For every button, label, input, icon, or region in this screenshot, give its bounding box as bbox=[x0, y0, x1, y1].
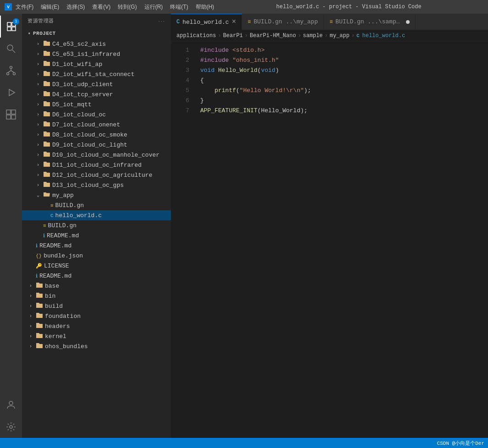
breadcrumb-sep-5: › bbox=[351, 33, 355, 39]
tree-item[interactable]: ›D6_iot_cloud_oc bbox=[22, 109, 171, 120]
tree-item[interactable]: ℹREADME.md bbox=[22, 271, 171, 281]
tab-gn-icon-1: ≡ bbox=[247, 19, 251, 25]
menu-goto[interactable]: 转到(G) bbox=[118, 3, 137, 11]
code-token: { bbox=[200, 77, 204, 84]
tree-item[interactable]: ›D11_iot_cloud_oc_infrared bbox=[22, 160, 171, 170]
tree-item[interactable]: ›D7_iot_cloud_onenet bbox=[22, 120, 171, 130]
tree-item-label: bin bbox=[45, 293, 55, 300]
tree-item[interactable]: ›D5_iot_mqtt bbox=[22, 99, 171, 109]
svg-point-9 bbox=[7, 73, 9, 75]
tree-item-label: D11_iot_cloud_oc_infrared bbox=[52, 162, 142, 169]
tree-item[interactable]: ›D4_iot_tcp_server bbox=[22, 89, 171, 99]
line-number: 1 bbox=[171, 45, 189, 55]
tree-item-label: D2_iot_wifi_sta_connect bbox=[52, 71, 134, 78]
breadcrumb-c-icon: C bbox=[356, 33, 360, 38]
code-line: void Hello_World(void) bbox=[200, 66, 488, 76]
menu-select[interactable]: 选择(S) bbox=[66, 3, 85, 11]
breadcrumb-applications[interactable]: applications bbox=[176, 33, 216, 39]
status-bar: CSDN @小向是个Der bbox=[0, 438, 488, 448]
menu-help[interactable]: 帮助(H) bbox=[196, 3, 214, 11]
breadcrumb-bearpi-hm[interactable]: BearPi-HM_Nano bbox=[250, 33, 296, 39]
tab-hello-world-label: hello_world.c bbox=[182, 19, 229, 26]
tree-item[interactable]: ›C4_e53_sc2_axis bbox=[22, 39, 171, 49]
code-token: "Hello World!\r\n" bbox=[240, 87, 304, 94]
file-icon bbox=[43, 170, 50, 180]
tree-item[interactable]: ›D9_iot_cloud_oc_light bbox=[22, 140, 171, 150]
tree-item[interactable]: ›D12_iot_cloud_oc_agriculture bbox=[22, 170, 171, 180]
tree-item-label: D6_iot_cloud_oc bbox=[52, 111, 106, 118]
svg-point-20 bbox=[10, 426, 12, 428]
gear-icon bbox=[5, 421, 16, 432]
sidebar-header: 资源管理器 ··· bbox=[22, 14, 171, 28]
sidebar-more-button[interactable]: ··· bbox=[159, 18, 165, 24]
tree-item[interactable]: {}bundle.json bbox=[22, 251, 171, 261]
tab-c-icon: C bbox=[176, 19, 180, 25]
chevron-right-icon: › bbox=[37, 82, 42, 87]
breadcrumb-myapp[interactable]: my_app bbox=[330, 33, 350, 39]
status-right: CSDN @小向是个Der bbox=[437, 440, 484, 447]
tree-item[interactable]: ⌄my_app bbox=[22, 190, 171, 200]
tree-item[interactable]: ›build bbox=[22, 301, 171, 311]
chevron-right-icon: › bbox=[29, 314, 35, 319]
extensions-icon bbox=[5, 109, 16, 120]
file-icon bbox=[36, 301, 43, 311]
activity-extensions[interactable] bbox=[0, 104, 22, 126]
code-content[interactable]: #include <stdio.h>#include "ohos_init.h"… bbox=[193, 42, 488, 438]
tab-close-hello-world[interactable]: × bbox=[232, 18, 236, 26]
tree-item[interactable]: ›D13_iot_cloud_oc_gps bbox=[22, 180, 171, 190]
tree-item[interactable]: ›D1_iot_wifi_ap bbox=[22, 59, 171, 69]
tree-item[interactable]: 🔑LICENSE bbox=[22, 261, 171, 271]
tree-item[interactable]: ›ohos_bundles bbox=[22, 341, 171, 351]
tab-build-myapp[interactable]: ≡ BUILD.gn ..\my_app bbox=[242, 14, 324, 30]
tree-item[interactable]: ›headers bbox=[22, 321, 171, 331]
tree-item[interactable]: Chello_world.c bbox=[22, 210, 171, 220]
activity-debug[interactable] bbox=[0, 82, 22, 104]
file-icon: ≡ bbox=[43, 222, 46, 229]
file-icon bbox=[43, 90, 50, 99]
tree-item[interactable]: ≡BUILD.gn bbox=[22, 220, 171, 230]
menu-edit[interactable]: 编辑(E) bbox=[41, 3, 59, 11]
tree-item[interactable]: ›D3_iot_udp_client bbox=[22, 79, 171, 89]
chevron-right-icon: › bbox=[29, 294, 35, 299]
activity-scm[interactable] bbox=[0, 60, 22, 82]
main-container: 1 bbox=[0, 14, 488, 438]
chevron-right-icon: › bbox=[29, 304, 35, 309]
activity-search[interactable] bbox=[0, 38, 22, 60]
tree-item[interactable]: ≡BUILD.gn bbox=[22, 200, 171, 210]
menu-run[interactable]: 运行(R) bbox=[144, 3, 163, 11]
project-section[interactable]: ▾ PROJECT bbox=[22, 28, 171, 39]
svg-rect-15 bbox=[6, 110, 11, 114]
tree-item[interactable]: ℹREADME.md bbox=[22, 230, 171, 240]
tree-item[interactable]: ›D8_iot_cloud_oc_smoke bbox=[22, 130, 171, 140]
breadcrumb-bearpi[interactable]: BearPi bbox=[223, 33, 243, 39]
tab-build-sample[interactable]: ≡ BUILD.gn ...\sample bbox=[324, 14, 416, 30]
tree-item[interactable]: ›kernel bbox=[22, 331, 171, 341]
tab-hello-world[interactable]: C hello_world.c × bbox=[171, 14, 242, 30]
breadcrumb-file[interactable]: hello_world.c bbox=[362, 33, 406, 39]
menu-terminal[interactable]: 终端(T) bbox=[170, 3, 188, 11]
tree-item[interactable]: ›D2_iot_wifi_sta_connect bbox=[22, 69, 171, 79]
line-number: 6 bbox=[171, 96, 189, 106]
line-number: 4 bbox=[171, 76, 189, 86]
file-icon: ℹ bbox=[36, 273, 38, 279]
tree-item[interactable]: ›C5_e53_is1_infrared bbox=[22, 49, 171, 59]
tree-item-label: my_app bbox=[52, 192, 74, 199]
tree-item[interactable]: ›foundation bbox=[22, 311, 171, 321]
tree-item[interactable]: ›base bbox=[22, 281, 171, 291]
svg-line-12 bbox=[8, 71, 11, 73]
activity-account[interactable] bbox=[0, 394, 22, 416]
tree-item[interactable]: ›D10_iot_cloud_oc_manhole_cover bbox=[22, 150, 171, 160]
chevron-right-icon: › bbox=[37, 92, 42, 97]
file-icon bbox=[36, 322, 43, 331]
project-chevron: ▾ bbox=[26, 30, 33, 37]
menu-view[interactable]: 查看(V) bbox=[92, 3, 110, 11]
sidebar-title: 资源管理器 bbox=[27, 17, 54, 24]
activity-settings[interactable] bbox=[0, 416, 22, 438]
tree-item-label: README.md bbox=[39, 242, 71, 249]
tree-item[interactable]: ›bin bbox=[22, 291, 171, 301]
activity-explorer[interactable]: 1 bbox=[0, 16, 22, 38]
tree-item[interactable]: ℹREADME.md bbox=[22, 240, 171, 251]
chevron-right-icon: › bbox=[37, 102, 42, 107]
menu-file[interactable]: 文件(F) bbox=[16, 3, 33, 11]
breadcrumb-sample[interactable]: sample bbox=[303, 33, 323, 39]
